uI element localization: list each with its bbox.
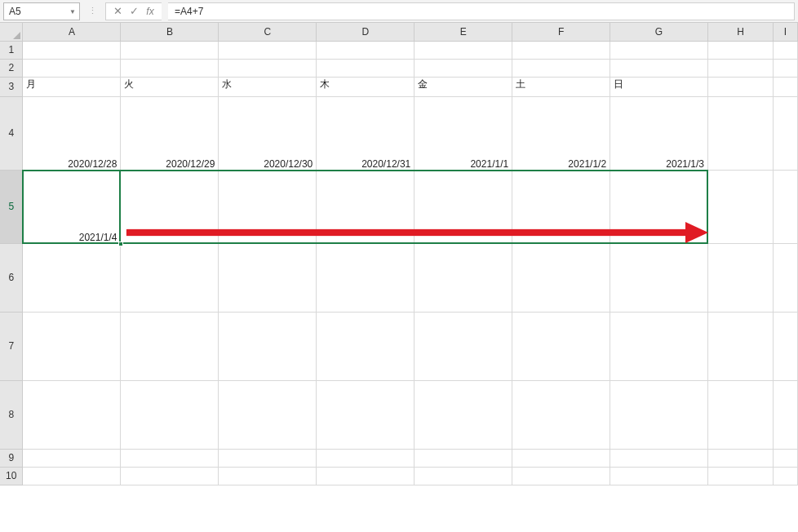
col-header-H[interactable]: H [708, 23, 774, 41]
cell-A1[interactable] [23, 41, 121, 59]
row-header-8[interactable]: 8 [0, 380, 23, 449]
cell-D6[interactable] [317, 243, 415, 312]
cell-H5[interactable] [708, 170, 774, 243]
row-header-7[interactable]: 7 [0, 312, 23, 380]
cell-G3[interactable]: 日 [610, 77, 708, 96]
cell-B6[interactable] [121, 243, 219, 312]
cell-F9[interactable] [512, 449, 610, 467]
cell-A7[interactable] [23, 312, 121, 380]
cell-G4[interactable]: 2021/1/3 [610, 96, 708, 170]
cell-C6[interactable] [219, 243, 317, 312]
cell-D3[interactable]: 木 [317, 77, 415, 96]
cell-E6[interactable] [415, 243, 512, 312]
cell-A10[interactable] [23, 467, 121, 485]
cell-C7[interactable] [219, 312, 317, 380]
confirm-icon[interactable]: ✓ [126, 2, 142, 20]
col-header-G[interactable]: G [610, 23, 708, 41]
cell-H8[interactable] [708, 380, 774, 449]
cell-G1[interactable] [610, 41, 708, 59]
cell-F6[interactable] [512, 243, 610, 312]
cell-I1[interactable] [773, 41, 797, 59]
row-header-6[interactable]: 6 [0, 243, 23, 312]
row-header-4[interactable]: 4 [0, 96, 23, 170]
row-header-5[interactable]: 5 [0, 170, 23, 243]
cell-D2[interactable] [317, 59, 415, 77]
cell-E2[interactable] [415, 59, 512, 77]
cell-I3[interactable] [773, 77, 797, 96]
cell-I2[interactable] [773, 59, 797, 77]
row-header-2[interactable]: 2 [0, 59, 23, 77]
col-header-E[interactable]: E [415, 23, 512, 41]
cell-C8[interactable] [219, 380, 317, 449]
cell-C3[interactable]: 水 [219, 77, 317, 96]
chevron-down-icon[interactable]: ▼ [69, 7, 76, 15]
cell-I6[interactable] [773, 243, 797, 312]
cell-H1[interactable] [708, 41, 774, 59]
col-header-F[interactable]: F [512, 23, 610, 41]
cell-F4[interactable]: 2021/1/2 [512, 96, 610, 170]
cell-H6[interactable] [708, 243, 774, 312]
cell-F10[interactable] [512, 467, 610, 485]
select-all-corner[interactable] [0, 23, 23, 41]
row-header-3[interactable]: 3 [0, 77, 23, 96]
cell-A4[interactable]: 2020/12/28 [23, 96, 121, 170]
cell-H4[interactable] [708, 96, 774, 170]
cell-I5[interactable] [773, 170, 797, 243]
formula-input[interactable]: =A4+7 [168, 2, 795, 20]
cell-B1[interactable] [121, 41, 219, 59]
cell-B3[interactable]: 火 [121, 77, 219, 96]
cell-F8[interactable] [512, 380, 610, 449]
cell-A3[interactable]: 月 [23, 77, 121, 96]
cell-H7[interactable] [708, 312, 774, 380]
cell-A8[interactable] [23, 380, 121, 449]
cell-G9[interactable] [610, 449, 708, 467]
row-header-10[interactable]: 10 [0, 467, 23, 485]
cell-I4[interactable] [773, 96, 797, 170]
cell-B4[interactable]: 2020/12/29 [121, 96, 219, 170]
cell-A6[interactable] [23, 243, 121, 312]
cell-H9[interactable] [708, 449, 774, 467]
cell-H2[interactable] [708, 59, 774, 77]
cell-B9[interactable] [121, 449, 219, 467]
cell-I8[interactable] [773, 380, 797, 449]
cell-G6[interactable] [610, 243, 708, 312]
cell-D7[interactable] [317, 312, 415, 380]
cell-E9[interactable] [415, 449, 512, 467]
cell-D10[interactable] [317, 467, 415, 485]
col-header-D[interactable]: D [317, 23, 415, 41]
cell-C2[interactable] [219, 59, 317, 77]
name-box[interactable]: A5 ▼ [3, 2, 80, 20]
cell-E10[interactable] [415, 467, 512, 485]
cell-B7[interactable] [121, 312, 219, 380]
cell-G7[interactable] [610, 312, 708, 380]
cell-B10[interactable] [121, 467, 219, 485]
cancel-icon[interactable]: ✕ [109, 2, 126, 20]
cell-D9[interactable] [317, 449, 415, 467]
row-header-9[interactable]: 9 [0, 449, 23, 467]
cell-F3[interactable]: 土 [512, 77, 610, 96]
cell-E4[interactable]: 2021/1/1 [415, 96, 512, 170]
cell-A9[interactable] [23, 449, 121, 467]
cell-I10[interactable] [773, 467, 797, 485]
cell-G2[interactable] [610, 59, 708, 77]
cell-C4[interactable]: 2020/12/30 [219, 96, 317, 170]
cell-C9[interactable] [219, 449, 317, 467]
col-header-C[interactable]: C [219, 23, 317, 41]
cell-F7[interactable] [512, 312, 610, 380]
cell-G8[interactable] [610, 380, 708, 449]
cell-E1[interactable] [415, 41, 512, 59]
spreadsheet[interactable]: A B C D E F G H I 1 2 3 月 火 水 木 金 土 日 4 … [0, 23, 798, 532]
cell-H3[interactable] [708, 77, 774, 96]
cell-B2[interactable] [121, 59, 219, 77]
cell-D1[interactable] [317, 41, 415, 59]
cell-G10[interactable] [610, 467, 708, 485]
cell-I9[interactable] [773, 449, 797, 467]
fx-icon[interactable]: fx [142, 2, 158, 20]
cell-D4[interactable]: 2020/12/31 [317, 96, 415, 170]
cell-A5[interactable]: 2021/1/4 [23, 170, 121, 243]
cell-C1[interactable] [219, 41, 317, 59]
cell-A2[interactable] [23, 59, 121, 77]
row-header-1[interactable]: 1 [0, 41, 23, 59]
col-header-I[interactable]: I [773, 23, 797, 41]
cell-E7[interactable] [415, 312, 512, 380]
